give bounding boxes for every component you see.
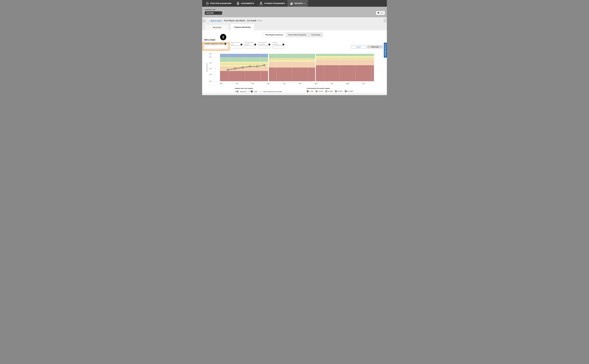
nav-label: PROCTOR DASHBOARD [210, 2, 232, 4]
observed-symbol-icon [235, 91, 239, 93]
tab-progress-monitoring[interactable]: Progress Monitoring [231, 24, 254, 30]
band-swatch-41-60th [325, 90, 327, 92]
page-title: First Name Last Name - 1st Grade [224, 20, 256, 22]
band-swatch-81-100th [345, 90, 347, 92]
legend-item-observed: Observed [235, 91, 246, 93]
tab-benchmark[interactable]: Benchmark [205, 25, 229, 30]
field-domain-score-goal: Domain Score Goal ? [230, 42, 242, 49]
line-chart-icon [290, 2, 293, 5]
band-swatch-1-20th [307, 90, 309, 92]
svg-text:Sep: Sep [220, 83, 222, 84]
set-a-goal-heading: Set a Goal [204, 39, 215, 41]
svg-text:Jan: Jan [283, 83, 285, 84]
svg-text:Feb: Feb [299, 83, 301, 84]
academic-year-bar: Academic Year: 2024-2025 Print [202, 7, 387, 17]
subtab-phonological-awareness[interactable]: Phonological Awareness [263, 33, 286, 37]
app-window: PROCTOR DASHBOARD ASSIGNMENTS ✶✶✶✶ [202, 0, 387, 95]
help-icon[interactable]: ? [241, 44, 242, 45]
academic-year-select[interactable]: 2024-2025 [205, 11, 222, 15]
subtab-phonics-word-recognition[interactable]: Phonics/Word Recognition [286, 33, 309, 37]
legend-item-goal: Goal [249, 90, 257, 93]
growth-percentile-input[interactable] [272, 46, 284, 49]
back-arrow-icon: ← [209, 20, 211, 22]
legend-item-41-60th: 41-60th [325, 90, 333, 92]
svg-text:Oct: Oct [236, 83, 238, 84]
svg-text:505: 505 [209, 57, 212, 58]
back-to-report-link[interactable]: ← Back to report [209, 20, 222, 22]
svg-text:Nov: Nov [251, 83, 254, 84]
svg-text:Apr: Apr [331, 83, 333, 84]
page-title-suffix: (Grade) [257, 20, 262, 21]
print-label: Print [380, 12, 384, 14]
help-icon[interactable]: ? [225, 43, 226, 45]
nav-item-proctor-dashboard[interactable]: PROCTOR DASHBOARD [203, 0, 234, 7]
svg-text:Domain Score: Domain Score [206, 63, 208, 72]
symbol-line-legend: Symbol and Line Legend Observed [235, 87, 282, 93]
legend-item-21-40th: 21-40th [316, 90, 323, 92]
back-link-label: Back to report [211, 20, 222, 21]
svg-text:May: May [346, 83, 349, 84]
field-domain-score-growth: Domain Score Growth ? [244, 42, 256, 49]
provide-feedback-tab[interactable]: Provide feedback [384, 43, 387, 58]
chevron-down-icon [220, 12, 221, 13]
step-2-badge: 2 [220, 34, 226, 40]
report-tabs: Benchmark Progress Monitoring [202, 24, 387, 30]
top-navigation: PROCTOR DASHBOARD ASSIGNMENTS ✶✶✶✶ [202, 0, 387, 7]
password-stars-icon: ✶✶✶✶ [259, 4, 263, 5]
help-icon[interactable]: ? [283, 44, 284, 45]
clipboard-check-icon [236, 2, 240, 5]
nav-item-assignments[interactable]: ASSIGNMENTS [234, 0, 257, 7]
nav-label: ASSIGNMENTS [241, 2, 254, 4]
achievement-percentile-legend: Achievement Percentile Legend 1-20th 21-… [307, 87, 353, 92]
nav-label: REPORTS [294, 2, 303, 4]
svg-text:Jun: Jun [362, 83, 364, 84]
legend-item-81-100th: 81-100th [345, 90, 353, 92]
page-bottom-strip [202, 93, 387, 95]
field-achievement-percentile: Achievement Percentile ? [258, 42, 270, 49]
nav-item-student-passwords[interactable]: ✶✶✶✶ STUDENT PASSWORDS [257, 0, 287, 7]
svg-text:Dec: Dec [267, 83, 270, 84]
growth-comparison-period-label: Growth Comparison Period ? [205, 43, 226, 45]
svg-text:508: 508 [209, 53, 212, 54]
title-bar: ‹ ← Back to report First Name Last Name … [202, 17, 387, 24]
chevron-right-icon: › [385, 19, 385, 22]
legend-item-50th-percentile: 50th Achievement Percentile [259, 91, 282, 93]
legend-item-61-80th: 61-80th [335, 90, 343, 92]
previous-student-button[interactable]: ‹ [202, 18, 206, 23]
nav-label: STUDENT PASSWORDS [264, 2, 285, 4]
help-icon[interactable]: ? [268, 44, 270, 45]
svg-text:500: 500 [209, 62, 212, 64]
academic-year-label: Academic Year: [205, 9, 387, 11]
chevron-left-icon: ‹ [204, 19, 204, 22]
legend-title: Symbol and Line Legend [235, 87, 282, 89]
gauge-icon [206, 2, 209, 5]
lock-icon: ✶✶✶✶ [259, 1, 263, 5]
goal-symbol-icon [249, 90, 253, 93]
printer-icon [377, 12, 379, 14]
svg-text:Mar: Mar [315, 83, 317, 84]
subtab-oral-reading[interactable]: Oral Reading [309, 33, 323, 37]
domain-subtabs: Phonological Awareness Phonics/Word Reco… [262, 32, 323, 37]
svg-text:490: 490 [209, 74, 212, 75]
growth-comparison-period-select[interactable] [205, 45, 228, 48]
achievement-percentile-input[interactable] [258, 46, 270, 49]
caret-down-icon: ▾ [305, 3, 305, 4]
domain-score-growth-input[interactable] [244, 46, 256, 49]
cancel-button[interactable]: Cancel [351, 45, 366, 48]
fiftieth-percentile-line-icon [259, 91, 263, 93]
nav-item-reports[interactable]: REPORTS ▾ [287, 0, 308, 7]
print-button[interactable]: Print [376, 11, 385, 15]
svg-text:484: 484 [209, 80, 212, 82]
save-goal-button[interactable]: Save Goal [367, 45, 383, 48]
legend-item-1-20th: 1-20th [307, 90, 313, 92]
progress-chart: 484490495500505508SepOctNovDecJanFebMarA… [206, 52, 379, 91]
chevron-down-icon [225, 46, 226, 47]
band-swatch-61-80th [335, 90, 337, 92]
next-student-button[interactable]: › [383, 18, 387, 23]
help-icon[interactable]: ? [254, 44, 256, 45]
domain-score-goal-input[interactable] [230, 46, 242, 49]
svg-text:495: 495 [209, 68, 212, 69]
field-growth-percentile: Growth Percentile ? [272, 42, 284, 49]
progress-monitoring-panel: Phonological Awareness Phonics/Word Reco… [202, 30, 387, 93]
legend-title: Achievement Percentile Legend [307, 87, 353, 89]
